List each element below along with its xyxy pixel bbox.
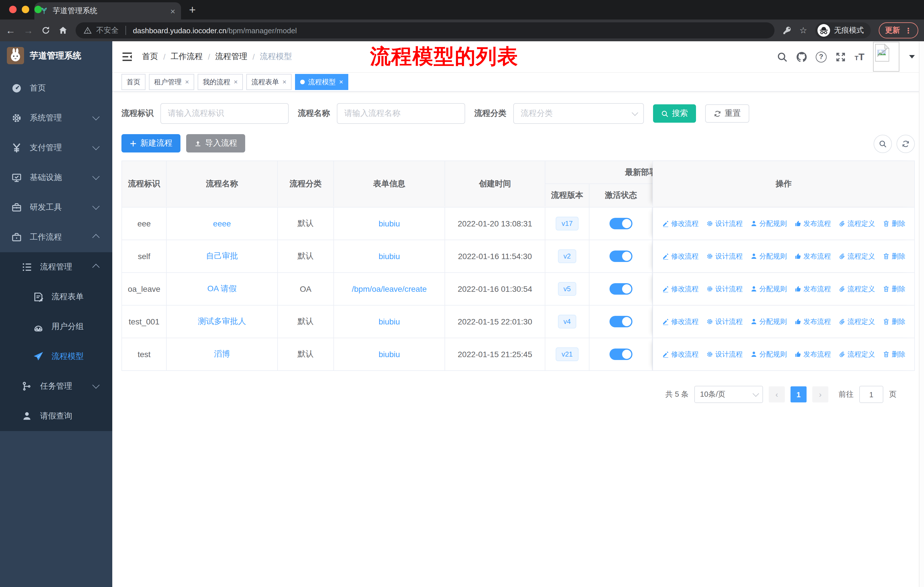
minimize-window-button[interactable] xyxy=(22,6,29,13)
sidebar-item-plane[interactable]: 流程模型 xyxy=(0,342,112,372)
tag-item[interactable]: 我的流程× xyxy=(198,74,243,90)
action-clip[interactable]: 流程定义 xyxy=(838,317,875,326)
process-name-input[interactable]: 请输入流程名称 xyxy=(337,103,465,124)
process-name-link[interactable]: 测试多审批人 xyxy=(198,316,246,327)
action-clip[interactable]: 流程定义 xyxy=(838,349,875,359)
forward-icon[interactable]: → xyxy=(23,25,33,35)
hamburger-icon[interactable] xyxy=(121,51,133,63)
breadcrumb-item[interactable]: 首页 xyxy=(142,51,158,62)
action-edit[interactable]: 修改流程 xyxy=(662,251,699,261)
action-trash[interactable]: 删除 xyxy=(883,219,905,228)
close-window-button[interactable] xyxy=(9,6,16,13)
sidebar-item-dashboard[interactable]: 首页 xyxy=(0,73,112,103)
action-thumb[interactable]: 发布流程 xyxy=(794,219,831,228)
home-icon[interactable] xyxy=(58,26,68,35)
zoom-window-button[interactable] xyxy=(35,6,42,13)
form-info-link[interactable]: /bpm/oa/leave/create xyxy=(352,284,427,293)
sidebar-item-monitor[interactable]: 基础设施 xyxy=(0,163,112,193)
category-select[interactable]: 流程分类 xyxy=(513,103,644,124)
tag-active[interactable]: 流程模型× xyxy=(295,74,348,90)
active-toggle[interactable] xyxy=(609,316,632,327)
sidebar-item-briefcase[interactable]: 工作流程 xyxy=(0,222,112,252)
action-userfill[interactable]: 分配规则 xyxy=(750,219,787,228)
help-icon[interactable]: ? xyxy=(816,51,827,62)
action-clip[interactable]: 流程定义 xyxy=(838,219,875,228)
browser-menu-icon[interactable]: ⋮ xyxy=(904,26,912,35)
action-gear2[interactable]: 设计流程 xyxy=(706,251,743,261)
action-trash[interactable]: 删除 xyxy=(883,251,905,261)
action-gear2[interactable]: 设计流程 xyxy=(706,349,743,359)
page-scrollbar[interactable] xyxy=(919,41,924,587)
sidebar-item-gear[interactable]: 系统管理 xyxy=(0,103,112,133)
breadcrumb-item[interactable]: 流程管理 xyxy=(215,51,248,62)
sidebar-item-tree[interactable]: 任务管理 xyxy=(0,372,112,401)
tag-close-icon[interactable]: × xyxy=(234,78,238,86)
prev-page-button[interactable]: ‹ xyxy=(769,386,785,402)
breadcrumb-item[interactable]: 流程模型 xyxy=(260,51,292,62)
process-name-link[interactable]: 滔博 xyxy=(214,349,230,359)
tag-item[interactable]: 租户管理× xyxy=(149,74,194,90)
form-info-link[interactable]: biubiu xyxy=(379,219,400,228)
action-gear2[interactable]: 设计流程 xyxy=(706,284,743,294)
sidebar-item-listmenu[interactable]: 流程管理 xyxy=(0,252,112,282)
create-process-button[interactable]: 新建流程 xyxy=(121,134,180,152)
active-toggle[interactable] xyxy=(609,218,632,229)
action-thumb[interactable]: 发布流程 xyxy=(794,317,831,326)
action-userfill[interactable]: 分配规则 xyxy=(750,251,787,261)
search-icon[interactable] xyxy=(777,51,788,62)
active-toggle[interactable] xyxy=(609,349,632,360)
action-edit[interactable]: 修改流程 xyxy=(662,349,699,359)
form-info-link[interactable]: biubiu xyxy=(379,350,400,359)
action-clip[interactable]: 流程定义 xyxy=(838,251,875,261)
sidebar-item-person[interactable]: 请假查询 xyxy=(0,401,112,431)
search-button[interactable]: 搜索 xyxy=(653,104,696,123)
back-icon[interactable]: ← xyxy=(6,25,15,35)
action-thumb[interactable]: 发布流程 xyxy=(794,349,831,359)
bookmark-star-icon[interactable]: ☆ xyxy=(799,25,807,36)
tag-item[interactable]: 首页 xyxy=(121,74,145,90)
sidebar-item-robot[interactable]: 用户分组 xyxy=(0,312,112,342)
action-edit[interactable]: 修改流程 xyxy=(662,219,699,228)
breadcrumb-item[interactable]: 工作流程 xyxy=(171,51,203,62)
sidebar-item-formdoc[interactable]: 流程表单 xyxy=(0,282,112,312)
action-gear2[interactable]: 设计流程 xyxy=(706,219,743,228)
key-icon[interactable] xyxy=(782,26,791,35)
tab-close-icon[interactable]: × xyxy=(170,6,175,16)
import-process-button[interactable]: 导入流程 xyxy=(186,134,245,152)
fullscreen-icon[interactable] xyxy=(835,51,846,62)
action-trash[interactable]: 删除 xyxy=(883,317,905,326)
action-trash[interactable]: 删除 xyxy=(883,284,905,294)
font-size-icon[interactable]: TT xyxy=(855,52,865,62)
action-edit[interactable]: 修改流程 xyxy=(662,317,699,326)
page-size-select[interactable]: 10条/页 xyxy=(694,386,763,403)
action-userfill[interactable]: 分配规则 xyxy=(750,349,787,359)
sidebar-item-toolbox[interactable]: 研发工具 xyxy=(0,193,112,222)
action-userfill[interactable]: 分配规则 xyxy=(750,317,787,326)
process-name-link[interactable]: eeee xyxy=(213,219,231,228)
tag-close-icon[interactable]: × xyxy=(339,78,343,86)
tag-item[interactable]: 流程表单× xyxy=(246,74,292,90)
browser-tab[interactable]: 芋道管理系统 × xyxy=(35,2,181,20)
avatar-caret-icon[interactable] xyxy=(909,55,915,58)
current-page-button[interactable]: 1 xyxy=(790,386,807,402)
process-id-input[interactable]: 请输入流程标识 xyxy=(160,103,289,124)
action-gear2[interactable]: 设计流程 xyxy=(706,317,743,326)
refresh-table-button[interactable] xyxy=(896,135,915,153)
reset-button[interactable]: 重置 xyxy=(705,104,749,123)
active-toggle[interactable] xyxy=(609,283,632,294)
next-page-button[interactable]: › xyxy=(812,386,828,402)
browser-update-button[interactable]: 更新 ⋮ xyxy=(879,22,918,38)
tag-close-icon[interactable]: × xyxy=(282,78,286,86)
action-trash[interactable]: 删除 xyxy=(883,349,905,359)
active-toggle[interactable] xyxy=(609,251,632,262)
toggle-search-button[interactable] xyxy=(874,135,892,153)
address-bar[interactable]: 不安全 dashboard.yudao.iocoder.cn/bpm/manag… xyxy=(76,22,774,38)
action-edit[interactable]: 修改流程 xyxy=(662,284,699,294)
reload-icon[interactable] xyxy=(41,26,50,35)
form-info-link[interactable]: biubiu xyxy=(379,251,400,261)
avatar[interactable] xyxy=(873,42,899,72)
action-thumb[interactable]: 发布流程 xyxy=(794,284,831,294)
action-thumb[interactable]: 发布流程 xyxy=(794,251,831,261)
new-tab-button[interactable]: + xyxy=(189,2,196,17)
process-name-link[interactable]: 自己审批 xyxy=(206,251,238,261)
